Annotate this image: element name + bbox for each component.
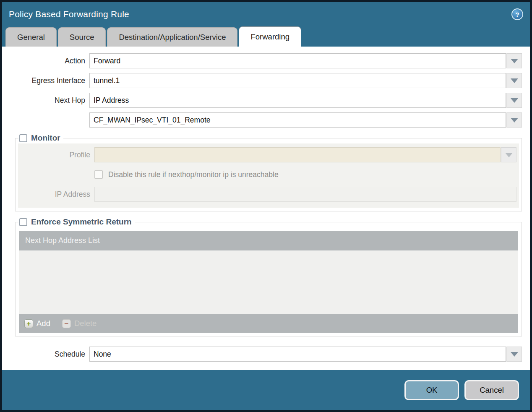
policy-based-forwarding-rule-dialog: Policy Based Forwarding Rule ? General S…	[0, 0, 532, 412]
disable-rule-checkbox-label: Disable this rule if nexthop/monitor ip …	[108, 170, 279, 179]
egress-interface-combo	[89, 73, 522, 88]
enforce-symmetric-return-section: Enforce Symmetric Return Next Hop Addres…	[15, 217, 522, 336]
dialog-title: Policy Based Forwarding Rule	[9, 9, 129, 19]
profile-combo	[94, 147, 516, 162]
dialog-footer: OK Cancel	[2, 370, 530, 410]
chevron-down-icon	[511, 98, 518, 103]
monitor-ip-address-combo	[94, 187, 516, 202]
next-hop-combo	[89, 93, 522, 108]
tab-label: Destination/Application/Service	[119, 33, 226, 42]
schedule-dropdown-button[interactable]	[506, 347, 522, 362]
tab-general[interactable]: General	[5, 27, 57, 47]
monitor-ip-address-input	[94, 187, 516, 202]
enforce-symmetric-return-checkbox[interactable]	[19, 218, 27, 226]
delete-button: − Delete	[62, 319, 96, 328]
help-glyph: ?	[515, 11, 519, 18]
tab-bar: General Source Destination/Application/S…	[2, 26, 530, 47]
monitor-body: Profile Disable this rule if nexthop/mon…	[18, 143, 519, 208]
tab-destination-application-service[interactable]: Destination/Application/Service	[107, 27, 237, 47]
help-icon[interactable]: ?	[511, 8, 523, 20]
monitor-legend: Monitor	[18, 133, 63, 143]
profile-row: Profile	[18, 147, 516, 162]
action-label: Action	[2, 57, 89, 65]
action-input[interactable]	[89, 53, 506, 68]
disable-rule-checkbox	[94, 170, 103, 179]
minus-icon: −	[62, 319, 71, 328]
chevron-down-icon	[511, 352, 518, 357]
next-hop-dropdown-button[interactable]	[506, 93, 522, 108]
tab-label: Source	[70, 33, 94, 42]
delete-button-label: Delete	[74, 319, 96, 328]
egress-interface-dropdown-button[interactable]	[506, 73, 522, 88]
tab-source[interactable]: Source	[58, 27, 106, 47]
tab-label: Forwarding	[250, 32, 289, 42]
enforce-symmetric-return-title: Enforce Symmetric Return	[31, 217, 132, 227]
schedule-row: Schedule	[2, 347, 522, 362]
action-row: Action	[2, 53, 522, 68]
monitor-section: Monitor Profile Disable this rule if nex…	[15, 133, 522, 211]
next-hop-address-list-toolbar: + Add − Delete	[19, 314, 518, 333]
action-combo	[89, 53, 522, 68]
egress-interface-input[interactable]	[89, 73, 506, 88]
schedule-input[interactable]	[89, 347, 506, 362]
chevron-down-icon	[505, 153, 513, 157]
next-hop-label: Next Hop	[2, 96, 89, 105]
next-hop-address-row	[2, 112, 522, 128]
next-hop-address-combo	[89, 112, 522, 128]
next-hop-address-list-table: Next Hop Address List + Add − Delete	[19, 231, 518, 333]
next-hop-address-list-header: Next Hop Address List	[19, 231, 518, 250]
cancel-button[interactable]: Cancel	[464, 380, 519, 400]
monitor-ip-address-row: IP Address	[18, 187, 516, 202]
profile-dropdown-button	[501, 147, 516, 162]
next-hop-row: Next Hop	[2, 93, 522, 108]
next-hop-address-input[interactable]	[89, 112, 506, 128]
ok-button[interactable]: OK	[404, 380, 459, 400]
tab-forwarding[interactable]: Forwarding	[239, 26, 301, 47]
profile-label: Profile	[18, 151, 94, 159]
monitor-ip-address-label: IP Address	[18, 190, 94, 199]
next-hop-type-input[interactable]	[89, 93, 506, 108]
next-hop-address-dropdown-button[interactable]	[506, 112, 522, 128]
title-bar: Policy Based Forwarding Rule ?	[2, 2, 530, 26]
profile-input	[94, 147, 501, 162]
next-hop-address-list-body[interactable]	[19, 250, 518, 314]
chevron-down-icon	[511, 78, 518, 83]
enforce-symmetric-return-legend: Enforce Symmetric Return	[18, 217, 135, 227]
forwarding-tab-panel: Action Egress Interface Next Hop	[2, 47, 530, 370]
plus-icon: +	[24, 319, 33, 328]
monitor-section-title: Monitor	[31, 133, 60, 143]
monitor-checkbox[interactable]	[19, 134, 27, 142]
action-dropdown-button[interactable]	[506, 53, 522, 68]
egress-interface-row: Egress Interface	[2, 73, 522, 88]
egress-interface-label: Egress Interface	[2, 76, 89, 85]
add-button[interactable]: + Add	[24, 319, 50, 328]
chevron-down-icon	[511, 59, 518, 63]
chevron-down-icon	[511, 118, 518, 123]
disable-rule-row: Disable this rule if nexthop/monitor ip …	[18, 167, 516, 182]
add-button-label: Add	[37, 319, 50, 328]
tab-label: General	[17, 33, 45, 42]
schedule-label: Schedule	[2, 350, 89, 359]
schedule-combo	[89, 347, 522, 362]
